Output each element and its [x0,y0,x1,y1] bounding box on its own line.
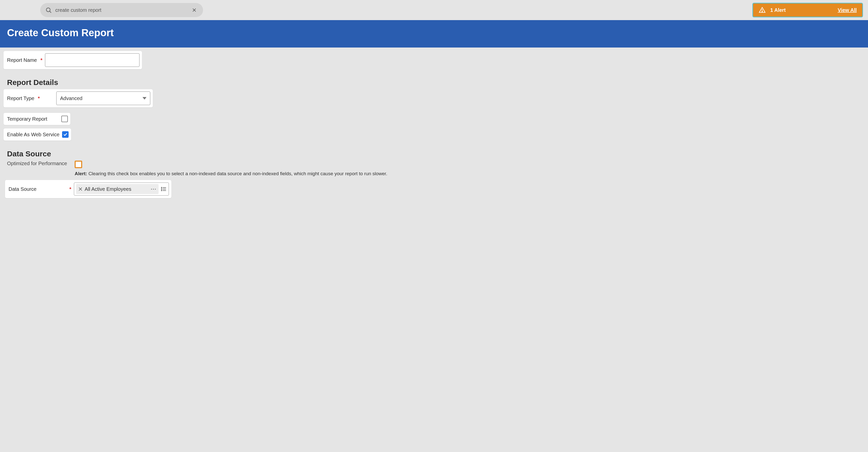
report-type-label: Report Type [7,95,34,101]
warning-icon [759,6,766,13]
required-marker: * [40,57,42,63]
report-name-row: Report Name * [3,51,142,69]
chevron-down-icon [143,97,147,99]
page-title: Create Custom Report [7,27,861,38]
section-report-details: Report Details [7,78,865,87]
report-type-select[interactable]: Advanced [56,91,150,105]
temporary-report-label: Temporary Report [7,116,59,122]
data-source-label: Data Source [8,186,66,192]
search-input[interactable] [52,7,190,13]
report-name-input[interactable] [45,53,140,67]
data-source-row: Data Source * All Active Employees ··· [5,180,172,198]
page-hero: Create Custom Report [0,20,868,48]
prompt-list-icon[interactable] [161,186,166,192]
alert-count-text: 1 Alert [770,7,786,13]
data-source-chip: All Active Employees ··· [76,184,159,194]
report-type-row: Report Type * Advanced [3,89,153,107]
top-bar: 1 Alert View All [0,0,868,20]
enable-web-service-label: Enable As Web Service [7,132,60,138]
temporary-report-row: Temporary Report [3,113,70,125]
temporary-report-checkbox[interactable] [61,116,68,122]
alert-view-all-link[interactable]: View All [838,7,857,13]
data-source-chip-label: All Active Employees [85,186,131,192]
section-data-source: Data Source [7,150,865,158]
optimized-perf-alert-text: Clearing this check box enables you to s… [87,171,388,176]
optimized-perf-alert: Alert: Clearing this check box enables y… [75,171,387,177]
form-content: Report Name * Report Details Report Type… [0,48,868,208]
enable-web-service-row: Enable As Web Service [3,128,71,141]
alert-banner[interactable]: 1 Alert View All [752,3,863,17]
close-icon [192,8,196,12]
required-marker: * [69,186,71,192]
svg-line-1 [50,11,51,12]
chip-remove-icon[interactable] [78,187,83,191]
svg-point-5 [762,11,763,12]
enable-web-service-checkbox[interactable] [62,131,69,138]
chip-related-actions-icon[interactable]: ··· [151,186,157,192]
search-clear-button[interactable] [190,6,198,14]
search-icon [45,7,52,13]
data-source-input[interactable]: All Active Employees ··· [74,182,169,195]
svg-point-10 [161,189,162,189]
optimized-perf-checkbox[interactable] [75,161,82,168]
search-box[interactable] [40,3,203,17]
optimized-perf-label: Optimized for Performance [7,161,67,167]
optimized-perf-alert-prefix: Alert: [75,171,87,176]
report-name-label: Report Name [7,57,37,63]
svg-point-8 [161,187,162,188]
optimized-perf-row: Optimized for Performance Alert: Clearin… [7,161,865,177]
report-type-value: Advanced [60,95,83,101]
required-marker: * [38,95,40,101]
svg-point-12 [161,190,162,191]
